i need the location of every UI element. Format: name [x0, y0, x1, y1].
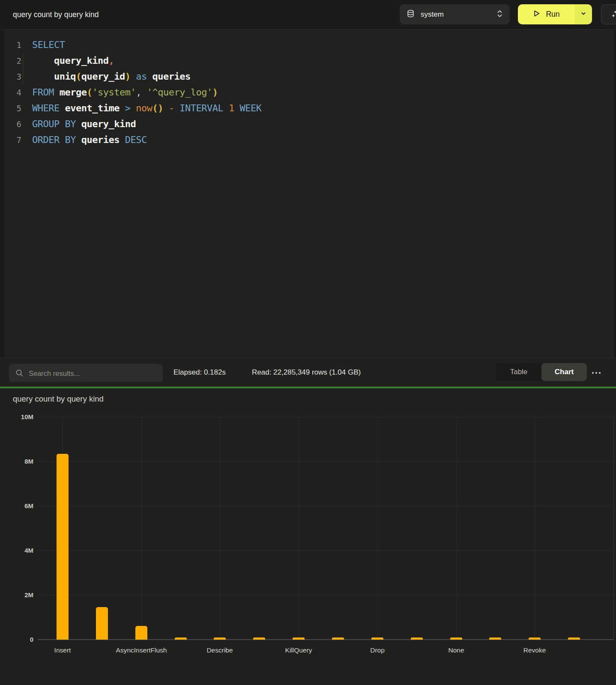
bar-none[interactable] [450, 637, 462, 640]
y-axis-tick-0: 0 [8, 635, 33, 644]
y-axis-tick-4M: 4M [8, 546, 33, 555]
bar-unlabeled-5[interactable] [253, 637, 265, 640]
gridline-x-2 [220, 417, 220, 640]
bar-unlabeled-9[interactable] [411, 637, 423, 640]
top-toolbar: query count by query kind system [0, 0, 616, 30]
results-toolbar: Elapsed: 0.182s Read: 22,285,349 rows (1… [0, 357, 616, 387]
ellipsis-icon [591, 369, 601, 376]
gridline-y-2M [38, 595, 614, 596]
tab-chart[interactable]: Chart [541, 363, 587, 381]
run-button-group: Run [518, 4, 592, 24]
x-axis-label-killquery: KillQuery [256, 646, 341, 654]
line-number: 1 [4, 40, 21, 50]
y-axis-tick-2M: 2M [8, 590, 33, 600]
run-button[interactable]: Run [518, 4, 574, 24]
elapsed-stat: Elapsed: 0.182s [173, 358, 226, 387]
bar-unlabeled-13[interactable] [568, 637, 580, 640]
gridline-x-7 [613, 417, 614, 640]
search-results-box [9, 364, 163, 382]
chevron-up-down-icon [496, 9, 503, 21]
database-selector[interactable]: system [400, 4, 510, 24]
line-number: 7 [4, 135, 21, 145]
bar-drop[interactable] [371, 637, 383, 640]
search-results-input[interactable] [28, 364, 158, 383]
gridline-x-3 [299, 417, 299, 640]
read-stat: Read: 22,285,349 rows (1.04 GB) [252, 358, 361, 387]
line-number: 4 [4, 88, 21, 97]
view-toggle: TableChart [496, 363, 587, 381]
bar-insert[interactable] [57, 454, 69, 640]
gridline-y-8M [38, 462, 614, 462]
bar-unlabeled-11[interactable] [489, 637, 501, 640]
gridline-x-5 [456, 417, 457, 640]
y-axis-tick-6M: 6M [8, 501, 33, 511]
chevron-down-icon [580, 10, 587, 19]
line-number: 6 [4, 119, 21, 129]
code-line-4[interactable]: 4FROM merge('system', '^query_log') [4, 84, 613, 100]
code-line-5[interactable]: 5WHERE event_time > now() - INTERVAL 1 W… [4, 100, 613, 116]
line-number: 3 [4, 72, 21, 81]
gridline-x-1 [141, 417, 142, 640]
x-axis-label-asyncinsertflush: AsyncInsertFlush [99, 646, 184, 654]
bar-revoke[interactable] [529, 637, 541, 640]
y-axis-tick-8M: 8M [8, 457, 33, 466]
gridline-x-6 [535, 417, 535, 640]
ai-assistant-button[interactable] [601, 4, 616, 24]
code-line-2[interactable]: 2 query_kind, [4, 53, 613, 68]
query-title: query count by query kind [13, 0, 99, 29]
database-selector-value: system [421, 10, 444, 19]
sql-editor[interactable]: 1SELECT2 query_kind,3 uniq(query_id) as … [4, 29, 613, 357]
x-axis-label-insert: Insert [20, 646, 105, 654]
x-axis-label-describe: Describe [177, 646, 263, 654]
bar-describe[interactable] [214, 637, 226, 640]
bar-unlabeled-3[interactable] [175, 637, 187, 640]
bar-unlabeled-7[interactable] [332, 637, 344, 640]
code-line-1[interactable]: 1SELECT [4, 37, 613, 53]
search-icon [15, 369, 24, 379]
gridline-y-10M [38, 417, 614, 417]
x-axis-label-drop: Drop [335, 646, 420, 654]
more-options-button[interactable] [589, 367, 603, 378]
chart-panel: query count by query kind 10M8M6M4M2M0In… [0, 388, 616, 685]
code-line-7[interactable]: 7ORDER BY queries DESC [4, 132, 613, 148]
code-line-3[interactable]: 3 uniq(query_id) as queries [4, 68, 613, 84]
bar-asyncinsertflush[interactable] [135, 626, 147, 640]
run-options-button[interactable] [574, 4, 592, 24]
run-button-label: Run [546, 10, 559, 19]
x-axis-label-none: None [413, 646, 499, 654]
tab-table[interactable]: Table [496, 363, 541, 381]
bar-chart: 10M8M6M4M2M0InsertAsyncInsertFlushDescri… [0, 388, 616, 685]
bar-killquery[interactable] [293, 637, 305, 640]
sparkles-icon [611, 9, 616, 20]
bar-unlabeled-1[interactable] [96, 607, 108, 640]
line-number: 2 [4, 56, 21, 66]
gridline-y-4M [38, 551, 614, 551]
x-axis-label-revoke: Revoke [492, 646, 577, 654]
code-line-6[interactable]: 6GROUP BY query_kind [4, 116, 613, 132]
line-number: 5 [4, 104, 21, 113]
play-icon [532, 9, 541, 19]
indent-guide [23, 54, 23, 84]
gridline-x-4 [377, 417, 378, 640]
database-icon [407, 9, 415, 20]
gridline-y-6M [38, 506, 614, 506]
y-axis-tick-10M: 10M [8, 412, 33, 422]
gridline-y-0 [38, 639, 614, 640]
